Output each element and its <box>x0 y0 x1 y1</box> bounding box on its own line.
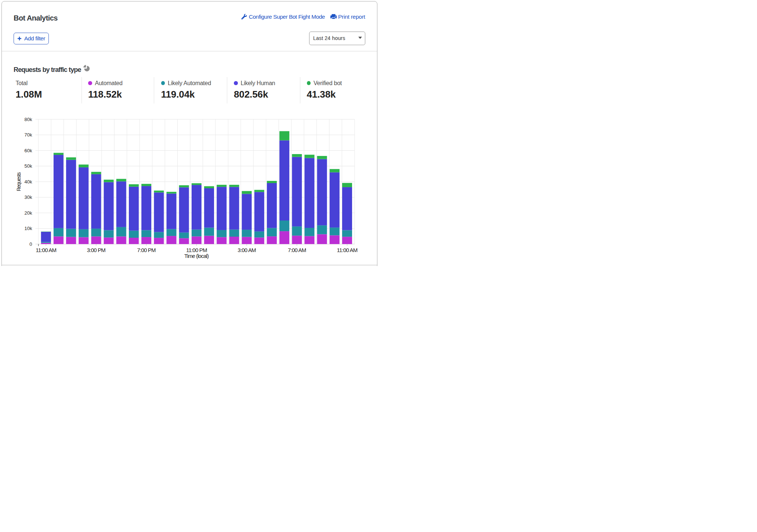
svg-text:40k: 40k <box>25 179 32 185</box>
svg-text:3:00 AM: 3:00 AM <box>238 247 256 253</box>
svg-text:10k: 10k <box>25 226 32 231</box>
svg-text:60k: 60k <box>25 148 32 153</box>
svg-text:20k: 20k <box>25 210 32 216</box>
svg-text:50k: 50k <box>25 163 32 169</box>
svg-text:Time (local): Time (local) <box>184 253 209 259</box>
svg-text:0: 0 <box>29 241 32 247</box>
svg-text:80k: 80k <box>25 117 32 122</box>
svg-text:30k: 30k <box>25 194 32 200</box>
svg-text:70k: 70k <box>25 132 32 138</box>
svg-text:7:00 PM: 7:00 PM <box>137 247 156 253</box>
svg-text:7:00 AM: 7:00 AM <box>288 247 306 253</box>
svg-text:11:00 AM: 11:00 AM <box>337 247 358 253</box>
svg-text:Requests: Requests <box>16 172 22 191</box>
svg-text:11:00 AM: 11:00 AM <box>36 247 56 253</box>
svg-text:11:00 PM: 11:00 PM <box>186 247 207 253</box>
svg-text:3:00 PM: 3:00 PM <box>87 247 106 253</box>
